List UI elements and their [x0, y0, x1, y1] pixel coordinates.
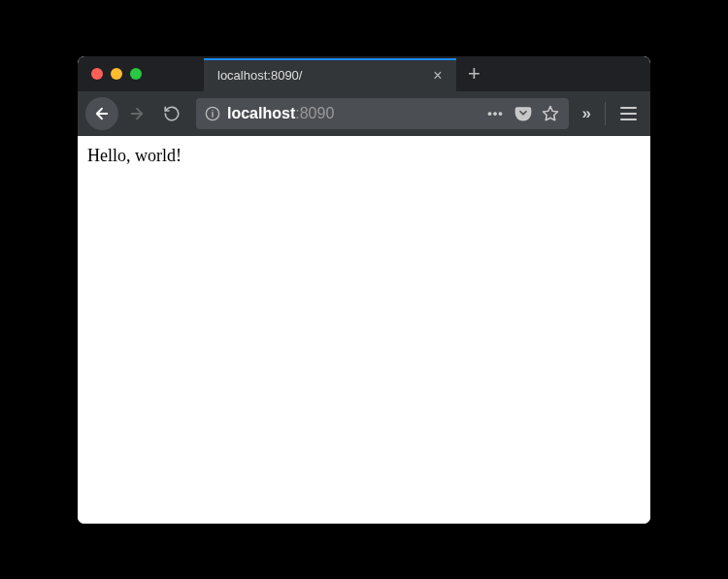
hamburger-line	[620, 113, 637, 115]
pocket-icon[interactable]	[513, 103, 534, 124]
address-bar[interactable]: localhost:8090 •••	[196, 98, 569, 129]
arrow-left-icon	[93, 105, 111, 122]
forward-button	[120, 97, 153, 130]
active-tab[interactable]: localhost:8090/ ×	[204, 58, 456, 91]
url-port: :8090	[295, 105, 334, 122]
toolbar-right: »	[577, 99, 643, 128]
bookmark-star-icon[interactable]	[540, 103, 561, 124]
page-content: Hello, world!	[78, 136, 650, 524]
hamburger-line	[620, 107, 637, 109]
app-menu-button[interactable]	[613, 99, 643, 128]
window-maximize-button[interactable]	[130, 68, 142, 80]
window-minimize-button[interactable]	[111, 68, 122, 80]
reload-button[interactable]	[155, 97, 188, 130]
reload-icon	[163, 105, 181, 122]
url-text: localhost:8090	[227, 105, 480, 122]
tab-title: localhost:8090/	[217, 68, 429, 83]
svg-point-4	[212, 110, 213, 111]
new-tab-button[interactable]: +	[456, 63, 492, 85]
url-host: localhost	[227, 105, 295, 122]
overflow-menu-icon[interactable]: »	[577, 104, 597, 123]
browser-window: localhost:8090/ × + localhost:8090 •••	[78, 56, 650, 524]
page-body-text: Hello, world!	[87, 146, 182, 165]
tab-close-icon[interactable]: ×	[429, 67, 447, 85]
arrow-right-icon	[128, 105, 146, 122]
back-button[interactable]	[85, 97, 118, 130]
page-actions-menu-icon[interactable]: •••	[485, 103, 507, 124]
site-info-icon[interactable]	[204, 105, 221, 122]
window-traffic-lights	[78, 68, 155, 80]
svg-marker-5	[543, 106, 557, 119]
tab-bar: localhost:8090/ × +	[78, 56, 650, 91]
toolbar-separator	[605, 102, 606, 125]
window-close-button[interactable]	[91, 68, 103, 80]
hamburger-line	[620, 119, 637, 120]
page-actions: •••	[485, 103, 565, 124]
navigation-toolbar: localhost:8090 ••• »	[78, 91, 650, 136]
